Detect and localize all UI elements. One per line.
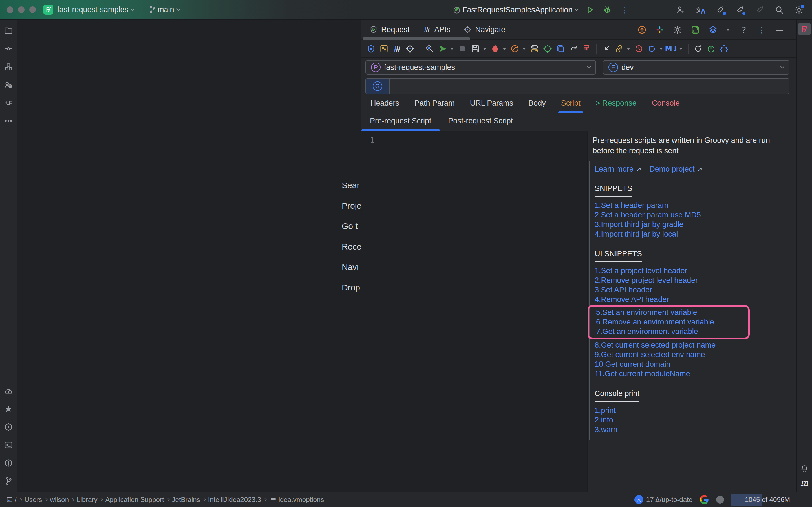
stop-request-icon[interactable] [456, 43, 469, 54]
demo-project-link[interactable]: Demo project ↗ [649, 165, 703, 173]
flame-dropdown-arrow[interactable] [502, 48, 506, 50]
tab-response[interactable]: > Response [591, 99, 641, 113]
structure-tool-icon[interactable] [4, 62, 13, 71]
import-icon[interactable] [600, 43, 612, 54]
project-widget[interactable]: fast-request-samples [57, 5, 134, 14]
locate-crosshair-icon[interactable] [404, 43, 416, 54]
snippet-link[interactable]: 8.Get current selected project name [595, 340, 787, 350]
run-configuration-widget[interactable]: FastRequestSamplesApplication [451, 4, 578, 15]
version-control-tool-icon[interactable] [4, 476, 13, 486]
notifications-bell-icon[interactable] [800, 464, 809, 473]
snippet-link[interactable]: 9.Get current selected env name [595, 350, 787, 359]
api-chart-icon[interactable] [391, 43, 403, 54]
github-icon[interactable] [646, 43, 658, 54]
minimize-window-button[interactable] [18, 6, 24, 13]
run-button[interactable] [584, 4, 596, 15]
markdown-dropdown-arrow[interactable] [679, 48, 683, 50]
snippet-link[interactable]: 1.print [595, 406, 787, 415]
learn-tool-icon[interactable]: ? [4, 80, 13, 90]
tab-apis[interactable]: APIs [423, 25, 451, 34]
snippet-link[interactable]: 1.Set a project level header [595, 266, 787, 276]
google-grazie-icon[interactable] [700, 495, 709, 504]
slack-icon[interactable] [654, 24, 665, 35]
script-editor[interactable]: 1 [361, 131, 587, 492]
snippet-link[interactable]: 3.Set API header [595, 285, 787, 295]
breadcrumb-item[interactable]: wilson [50, 496, 69, 504]
snippet-link[interactable]: 4.Import third jar by local [595, 229, 787, 239]
hide-panel-icon[interactable]: — [774, 24, 785, 35]
github-dropdown-arrow[interactable] [659, 48, 663, 50]
snippet-link[interactable]: 3.warn [595, 425, 787, 434]
save-dropdown-arrow[interactable] [483, 48, 487, 50]
link-dropdown-arrow[interactable] [626, 48, 630, 50]
debug-button[interactable] [602, 4, 613, 15]
settings-gear-icon[interactable] [794, 4, 805, 15]
breadcrumb-item[interactable]: JetBrains [172, 496, 200, 504]
layers-dropdown-arrow[interactable] [726, 29, 730, 31]
breadcrumb-item[interactable]: IntelliJIdea2023.3 [208, 496, 261, 504]
snippet-link[interactable]: 1.Set a header param [595, 201, 787, 210]
window-layout-icon[interactable] [4, 495, 15, 505]
toggle-settings-icon[interactable] [528, 43, 541, 54]
tab-body[interactable]: Body [524, 99, 550, 113]
tab-navigate[interactable]: Navigate [463, 25, 506, 34]
tab-request[interactable]: Request [369, 25, 410, 34]
refresh-icon[interactable] [692, 43, 704, 54]
ai-settings-icon[interactable] [734, 4, 746, 15]
breadcrumb-item[interactable]: Library [77, 496, 97, 504]
profiler-tool-icon[interactable] [4, 386, 13, 396]
flame-apifox-icon[interactable] [489, 43, 501, 54]
expand-window-icon[interactable] [690, 24, 701, 35]
memory-indicator[interactable]: 1045 of 4096M [731, 494, 804, 506]
upgrade-icon[interactable] [637, 24, 647, 35]
more-run-options-kebab-icon[interactable]: ⋮ [619, 4, 630, 15]
problems-tool-icon[interactable] [4, 458, 13, 468]
markdown-export-icon[interactable]: M↓ [665, 43, 678, 54]
learn-more-link[interactable]: Learn more ↗ [595, 165, 642, 173]
bookmarks-tool-icon[interactable] [4, 404, 13, 414]
tab-post-request-script[interactable]: Post-request Script [440, 117, 522, 131]
services-tool-icon[interactable] [4, 422, 13, 432]
ai-assistant-icon[interactable] [714, 4, 726, 15]
snippet-link[interactable]: 2.Remove project level header [595, 276, 787, 285]
translate-icon[interactable]: A [695, 4, 706, 15]
project-select[interactable]: P fast-request-samples [365, 60, 596, 75]
environment-select[interactable]: E dev [603, 60, 790, 75]
url-input[interactable]: G [365, 78, 790, 94]
breadcrumb-item[interactable]: Application Support [105, 496, 164, 504]
snippet-link[interactable]: 10.Get current domain [595, 359, 787, 369]
panel-kebab-menu-icon[interactable]: ⋮ [756, 24, 767, 35]
save-request-icon[interactable] [469, 43, 481, 54]
filter-settings-icon[interactable] [378, 43, 390, 54]
branch-widget[interactable]: main [146, 4, 180, 15]
search-api-icon[interactable] [423, 43, 436, 54]
breadcrumb-item[interactable]: Users [24, 496, 42, 504]
tab-pre-request-script[interactable]: Pre-request Script [361, 117, 440, 131]
breadcrumb-item-file[interactable]: idea.vmoptions [278, 496, 324, 504]
add-user-button[interactable] [675, 4, 686, 15]
snippet-link[interactable]: 2.Set a header param use MD5 [595, 210, 787, 220]
snippet-link[interactable]: 7.Get an environment variable [596, 327, 745, 336]
help-icon[interactable]: ? [739, 24, 749, 35]
search-everywhere-icon[interactable] [774, 4, 785, 15]
tab-url-params[interactable]: URL Params [465, 99, 518, 113]
panel-settings-gear-icon[interactable] [672, 24, 683, 35]
tab-path-param[interactable]: Path Param [410, 99, 459, 113]
ai-disabled-icon[interactable] [754, 4, 765, 15]
undo-arrow-icon[interactable] [567, 43, 580, 54]
tab-headers[interactable]: Headers [366, 99, 404, 113]
vcs-status-widget[interactable]: △ 17 Δ/up-to-date [635, 495, 693, 504]
link-icon[interactable] [613, 43, 625, 54]
green-target-icon[interactable] [541, 43, 554, 54]
plugin-puzzle-icon[interactable] [718, 43, 730, 54]
tab-script[interactable]: Script [557, 99, 585, 113]
project-tool-icon[interactable] [4, 26, 13, 36]
more-tools-icon[interactable] [4, 116, 13, 126]
snippet-link[interactable]: 6.Remove an environment variable [596, 317, 745, 327]
zoom-window-button[interactable] [29, 6, 36, 13]
snippet-link[interactable]: 2.info [595, 415, 787, 425]
power-status-icon[interactable] [705, 43, 717, 54]
send-request-icon[interactable] [437, 43, 449, 54]
endpoints-plug-icon[interactable] [4, 98, 13, 108]
history-clock-icon[interactable] [633, 43, 645, 54]
